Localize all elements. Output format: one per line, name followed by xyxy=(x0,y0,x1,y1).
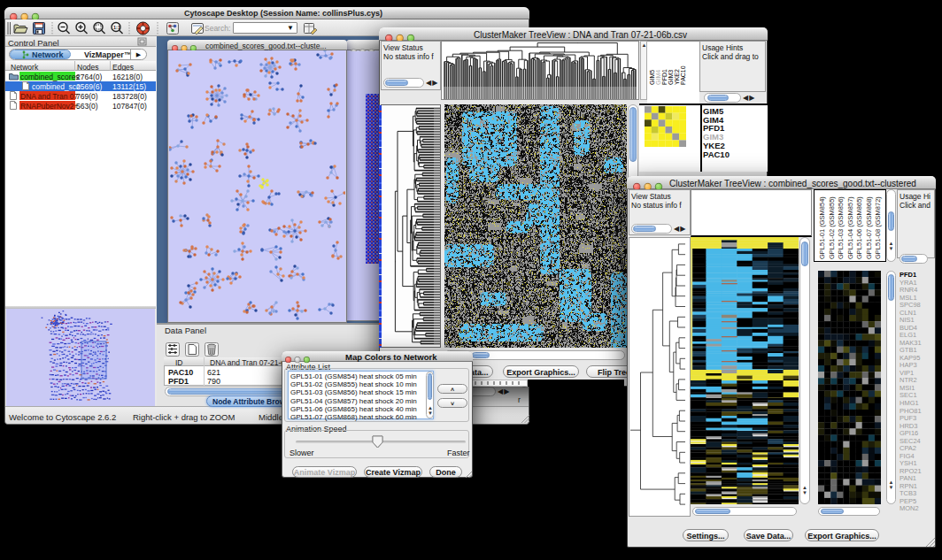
svg-text:1:1: 1:1 xyxy=(113,25,120,30)
